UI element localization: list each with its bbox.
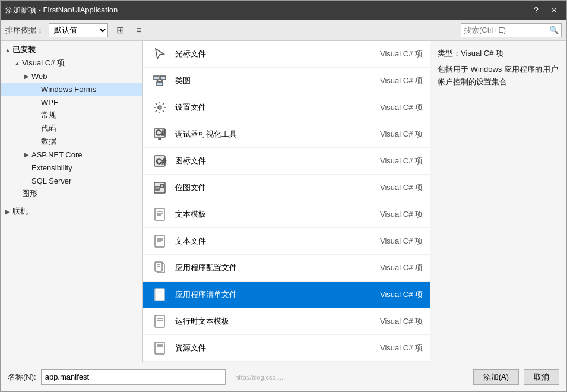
tree-label-aspnet: ASP.NET Core bbox=[31, 150, 140, 159]
tree-label-changgui: 常规 bbox=[41, 110, 140, 121]
sort-select[interactable]: 默认值 名称 类型 bbox=[49, 23, 108, 37]
tree-item-tuxing[interactable]: 图形 bbox=[1, 187, 142, 200]
add-button[interactable]: 添加(A) bbox=[473, 369, 519, 385]
tree-item-visual-csharp[interactable]: ▲ Visual C# 项 bbox=[1, 56, 142, 69]
dialog-title: 添加新项 - FirstNanUIApplication bbox=[5, 5, 118, 15]
item-category-cursor: Visual C# 项 bbox=[380, 49, 423, 59]
add-new-item-dialog: 添加新项 - FirstNanUIApplication ? × 排序依据： 默… bbox=[0, 0, 567, 392]
installed-section: ▲ 已安装 ▲ Visual C# 项 ▶ Web Windows Forms bbox=[1, 41, 142, 203]
item-icon-resource bbox=[150, 339, 169, 358]
item-category-settings: Visual C# 项 bbox=[380, 102, 423, 113]
close-button[interactable]: × bbox=[546, 2, 562, 18]
tree-label-sql-server: SQL Server bbox=[31, 176, 140, 185]
left-panel: ▲ 已安装 ▲ Visual C# 项 ▶ Web Windows Forms bbox=[1, 41, 143, 362]
item-name-cursor: 光标文件 bbox=[175, 49, 380, 59]
tree-item-sql-server[interactable]: SQL Server bbox=[1, 174, 142, 187]
item-row-settings[interactable]: 设置文件 Visual C# 项 bbox=[143, 94, 430, 121]
item-icon-texttemplate bbox=[150, 205, 169, 224]
item-category-textfile: Visual C# 项 bbox=[380, 236, 423, 246]
svg-text:C#: C# bbox=[156, 128, 166, 137]
item-icon-bitmap bbox=[150, 178, 169, 197]
name-label: 名称(N): bbox=[8, 372, 36, 382]
svg-rect-2 bbox=[157, 82, 163, 86]
search-box: 🔍 bbox=[461, 23, 562, 37]
item-name-appconfig: 应用程序配置文件 bbox=[175, 263, 380, 273]
item-row-textfile[interactable]: 文本文件 Visual C# 项 bbox=[143, 228, 430, 255]
item-category-runtime: Visual C# 项 bbox=[380, 316, 423, 327]
item-category-icon: Visual C# 项 bbox=[380, 156, 423, 166]
grid-view-button[interactable]: ⊞ bbox=[113, 23, 127, 37]
installed-label: 已安装 bbox=[12, 45, 140, 55]
tree-label-wpf: WPF bbox=[41, 98, 140, 107]
svg-rect-1 bbox=[160, 76, 166, 80]
help-button[interactable]: ? bbox=[528, 2, 544, 18]
installed-header[interactable]: ▲ 已安装 bbox=[1, 43, 142, 56]
item-row-appconfig[interactable]: 应用程序配置文件 Visual C# 项 bbox=[143, 255, 430, 282]
tree-item-changgui[interactable]: 常规 bbox=[1, 109, 142, 122]
tree-item-daima[interactable]: 代码 bbox=[1, 122, 142, 135]
item-category-texttemplate: Visual C# 项 bbox=[380, 209, 423, 220]
right-panel: 类型：Visual C# 项 包括用于 Windows 应用程序的用户帐户控制的… bbox=[430, 41, 566, 362]
svg-rect-12 bbox=[156, 186, 159, 190]
item-row-bitmap[interactable]: 位图文件 Visual C# 项 bbox=[143, 175, 430, 201]
cancel-button[interactable]: 取消 bbox=[524, 369, 559, 385]
search-icon[interactable]: 🔍 bbox=[549, 26, 559, 34]
name-input[interactable] bbox=[41, 369, 226, 385]
svg-rect-0 bbox=[154, 76, 159, 80]
title-bar-controls: ? × bbox=[528, 2, 562, 18]
grid-view-icon: ⊞ bbox=[116, 24, 124, 36]
item-category-resource: Visual C# 项 bbox=[380, 343, 423, 353]
toolbar: 排序依据： 默认值 名称 类型 ⊞ ≡ 🔍 bbox=[1, 20, 566, 41]
tree-label-extensibility: Extensibility bbox=[31, 163, 140, 172]
item-name-resource: 资源文件 bbox=[175, 343, 380, 353]
item-category-manifest: Visual C# 项 bbox=[380, 289, 423, 300]
item-row-cursor[interactable]: 光标文件 Visual C# 项 bbox=[143, 41, 430, 68]
tree-item-aspnet[interactable]: ▶ ASP.NET Core bbox=[1, 148, 142, 161]
expand-icon-visual-csharp: ▲ bbox=[12, 60, 22, 67]
item-icon-debugger: C# bbox=[150, 125, 169, 144]
list-view-button[interactable]: ≡ bbox=[132, 23, 146, 37]
item-name-texttemplate: 文本模板 bbox=[175, 209, 380, 220]
svg-rect-8 bbox=[159, 138, 161, 140]
tree-label-linji: 联机 bbox=[12, 206, 140, 217]
svg-point-5 bbox=[158, 106, 161, 109]
item-row-class[interactable]: 类图 Visual C# 项 bbox=[143, 68, 430, 94]
item-icon-icon: C# bbox=[150, 151, 169, 170]
item-row-manifest[interactable]: 应用程序清单文件 Visual C# 项 bbox=[143, 282, 430, 308]
item-name-runtime: 运行时文本模板 bbox=[175, 316, 380, 327]
item-row-debugger[interactable]: C# 调试器可视化工具 Visual C# 项 bbox=[143, 121, 430, 148]
svg-rect-26 bbox=[157, 291, 163, 293]
title-bar: 添加新项 - FirstNanUIApplication ? × bbox=[1, 1, 566, 20]
watermark-text: http://blog.csd...... bbox=[235, 374, 287, 381]
item-icon-manifest bbox=[150, 285, 169, 304]
item-list: 光标文件 Visual C# 项 类图 Visual C# 项 bbox=[143, 41, 430, 362]
item-row-texttemplate[interactable]: 文本模板 Visual C# 项 bbox=[143, 201, 430, 228]
expand-icon-web: ▶ bbox=[22, 73, 31, 80]
item-row-resource[interactable]: 资源文件 Visual C# 项 bbox=[143, 335, 430, 362]
item-name-manifest: 应用程序清单文件 bbox=[175, 289, 380, 300]
tree-item-extensibility[interactable]: Extensibility bbox=[1, 161, 142, 174]
tree-item-linji[interactable]: ▶ 联机 bbox=[1, 205, 142, 218]
tree-label-daima: 代码 bbox=[41, 123, 140, 134]
item-icon-runtime bbox=[150, 312, 169, 331]
item-row-icon[interactable]: C# 图标文件 Visual C# 项 bbox=[143, 148, 430, 175]
item-name-bitmap: 位图文件 bbox=[175, 182, 380, 193]
item-name-class: 类图 bbox=[175, 75, 380, 86]
item-name-icon: 图标文件 bbox=[175, 156, 380, 166]
tree-item-windows-forms[interactable]: Windows Forms bbox=[1, 83, 142, 96]
expand-icon-linji: ▶ bbox=[3, 208, 12, 215]
list-view-icon: ≡ bbox=[136, 25, 141, 36]
item-row-runtime[interactable]: 运行时文本模板 Visual C# 项 bbox=[143, 308, 430, 335]
item-icon-settings bbox=[150, 98, 169, 117]
svg-text:C#: C# bbox=[156, 157, 166, 166]
svg-rect-28 bbox=[157, 296, 161, 297]
item-icon-textfile bbox=[150, 232, 169, 251]
tree-item-shuju[interactable]: 数据 bbox=[1, 135, 142, 148]
tree-item-wpf[interactable]: WPF bbox=[1, 96, 142, 109]
search-input[interactable] bbox=[464, 26, 547, 34]
item-name-settings: 设置文件 bbox=[175, 102, 380, 113]
tree-item-web[interactable]: ▶ Web bbox=[1, 69, 142, 83]
sort-select-wrapper: 默认值 名称 类型 bbox=[49, 23, 108, 37]
item-category-debugger: Visual C# 项 bbox=[380, 129, 423, 140]
expand-icon-aspnet: ▶ bbox=[22, 151, 31, 158]
